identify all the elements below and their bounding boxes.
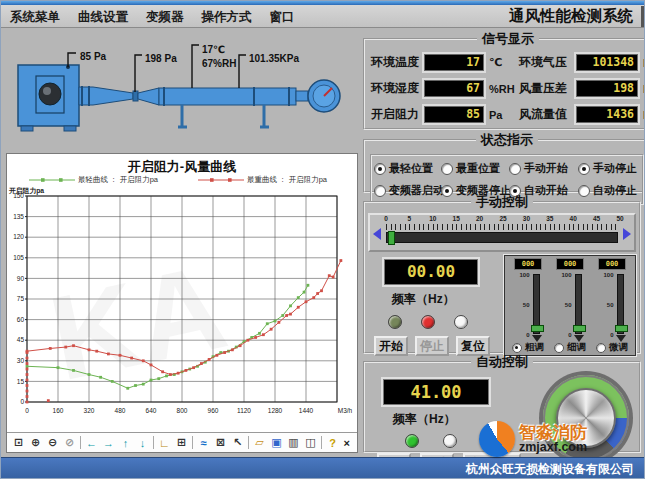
signal-value-display: 17 xyxy=(424,54,484,71)
save-icon[interactable]: ▣ xyxy=(268,435,285,450)
sensor-label: 85 Pa xyxy=(80,51,107,62)
x-tick-label: 640 xyxy=(146,407,157,414)
scale-number: 50 xyxy=(559,302,572,308)
vertical-slider-track[interactable] xyxy=(617,274,624,334)
vertical-slider-2[interactable]: 000100500 xyxy=(550,258,590,338)
vertical-slider-1[interactable]: 000100500 xyxy=(508,258,548,338)
series-marker xyxy=(246,339,249,342)
y-tick-label: 90 xyxy=(17,275,25,282)
pan-up-icon[interactable]: ↑ xyxy=(117,435,134,450)
series-marker xyxy=(289,313,292,316)
indicator-light-green xyxy=(405,434,419,448)
legend-line-sample xyxy=(198,176,244,184)
slider-scale-number: 50 xyxy=(616,215,623,222)
series-marker xyxy=(231,348,234,351)
series-marker xyxy=(150,379,153,382)
vendor-watermark: 智淼消防 zmjaxf.com xyxy=(479,421,587,457)
series-marker xyxy=(26,373,29,376)
series-marker xyxy=(157,377,160,380)
manual-panel-title: 手动控制 xyxy=(471,193,533,211)
duct-diverging xyxy=(138,88,159,105)
slider-left-arrow-button[interactable] xyxy=(373,228,381,240)
print-icon[interactable]: ▥ xyxy=(285,435,302,450)
vertical-slider-body: 100500 xyxy=(601,272,624,338)
manual-left-column: 00.00 频率（Hz） 开始停止复位 xyxy=(368,255,502,356)
menu-item-2[interactable]: 曲线设置 xyxy=(69,10,137,24)
signal-label: 环境气压 xyxy=(519,54,575,71)
menu-item-3[interactable]: 变频器 xyxy=(137,10,193,24)
series-marker xyxy=(64,346,67,349)
signal-unit: %RH xyxy=(485,83,518,95)
fan-foot xyxy=(21,126,33,131)
series-marker xyxy=(26,395,29,398)
data-cursor-icon[interactable]: ⊠ xyxy=(212,435,229,450)
vertical-slider-thumb[interactable] xyxy=(573,325,586,332)
signal-label: 开启阻力 xyxy=(371,106,423,123)
chart-panel: 开启阻力-风量曲线 最轻曲线 ： 开启阻力pa最重曲线 ： 开启阻力pa KA0… xyxy=(6,153,358,453)
sensor-stem xyxy=(135,55,142,92)
fan-inlet xyxy=(39,83,61,105)
annotate-pointer-icon[interactable]: ↖ xyxy=(229,435,246,450)
duct-converging xyxy=(79,87,133,105)
slider-scale-number: 20 xyxy=(476,215,483,222)
vertical-slider-track[interactable] xyxy=(533,274,540,334)
status-radio-最重位置[interactable]: 最重位置 xyxy=(441,161,509,176)
curve-measure-icon[interactable]: ≈ xyxy=(195,435,212,450)
x-tick-label: 800 xyxy=(177,407,188,414)
vertical-slider-thumb[interactable] xyxy=(531,325,544,332)
frequency-slider[interactable]: 05101520253035404550 xyxy=(368,213,636,252)
y-tick-label: 120 xyxy=(13,233,24,240)
auto-frequency-display: 41.00 xyxy=(383,379,489,405)
signal-unit: Pa xyxy=(639,83,645,95)
signal-label: 风流量值 xyxy=(519,106,575,123)
radio-label: 手动开始 xyxy=(524,161,568,176)
plot-svg: KA0160320480640800960112012801440M3/h015… xyxy=(7,186,357,432)
slider-scale-number: 40 xyxy=(570,215,577,222)
vertical-slider-panel: 000100500000100500000100500 粗调细调微调 xyxy=(504,255,636,356)
series-marker xyxy=(26,379,29,382)
slider-track[interactable] xyxy=(386,232,618,243)
series-marker xyxy=(150,364,153,367)
slider-thumb[interactable] xyxy=(388,231,395,245)
zoom-normal-icon[interactable]: ⊘ xyxy=(61,435,78,450)
signal-display-panel: 信号显示 环境温度17℃环境气压101348Pa环境湿度67%RH风量压差198… xyxy=(363,30,645,130)
signal-unit: Pa xyxy=(639,57,645,69)
status-radio-手动开始[interactable]: 手动开始 xyxy=(509,161,578,176)
legend-line-sample xyxy=(29,176,75,184)
zoom-in-icon[interactable]: ⊕ xyxy=(27,435,44,450)
series-marker xyxy=(332,276,335,279)
status-indicator-panel: 状态指示 最轻位置最重位置手动开始手动停止变频器启动变频器停止自动开始自动停止 xyxy=(363,131,645,193)
vendor-name: 智淼消防 xyxy=(519,424,587,441)
series-marker xyxy=(165,375,168,378)
menu-item-1[interactable]: 系统菜单 xyxy=(1,10,69,24)
print-preview-icon[interactable]: ◫ xyxy=(302,435,319,450)
series-marker xyxy=(281,314,284,317)
series-marker xyxy=(26,351,29,354)
menu-item-4[interactable]: 操作方式 xyxy=(193,10,261,24)
vertical-slider-3[interactable]: 000100500 xyxy=(592,258,632,338)
manual-frequency-display: 00.00 xyxy=(384,259,478,285)
chart-close-icon[interactable]: × xyxy=(344,437,350,449)
status-radio-最轻位置[interactable]: 最轻位置 xyxy=(374,161,441,176)
status-radio-手动停止[interactable]: 手动停止 xyxy=(578,161,640,176)
key-icon[interactable]: ? xyxy=(324,435,341,450)
zoom-out-icon[interactable]: ⊖ xyxy=(44,435,61,450)
pan-left-icon[interactable]: ← xyxy=(83,435,100,450)
menu-item-5[interactable]: 窗口 xyxy=(261,10,304,24)
slider-right-arrow-button[interactable] xyxy=(623,228,631,240)
grid-toggle-icon[interactable]: ⊞ xyxy=(173,435,190,450)
open-file-icon[interactable]: ▱ xyxy=(251,435,268,450)
legend-label: 最轻曲线 ： 开启阻力pa xyxy=(78,175,158,185)
pan-right-icon[interactable]: → xyxy=(100,435,117,450)
zoom-window-icon[interactable]: ⊡ xyxy=(10,435,27,450)
vertical-slider-arrow xyxy=(616,335,626,342)
vertical-slider-thumb[interactable] xyxy=(615,325,628,332)
toolbar-separator xyxy=(321,436,322,449)
scale-number: 50 xyxy=(517,302,530,308)
vertical-slider-track[interactable] xyxy=(575,274,582,334)
pan-down-icon[interactable]: ↓ xyxy=(134,435,151,450)
series-marker xyxy=(305,300,308,303)
auto-panel-title: 自动控制 xyxy=(471,353,533,371)
series-marker xyxy=(270,328,273,331)
axes-setup-icon[interactable]: ∟ xyxy=(156,435,173,450)
